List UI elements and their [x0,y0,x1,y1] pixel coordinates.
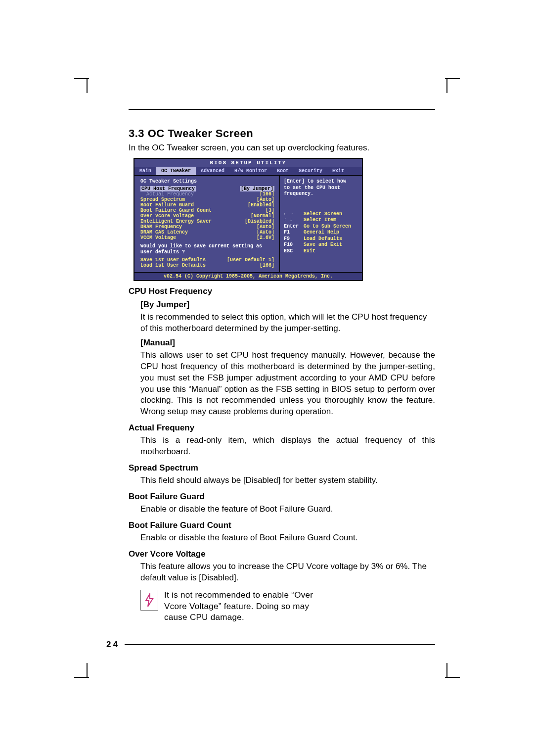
bios-title: BIOS SETUP UTILITY [134,159,362,167]
bios-help-3: frequency. [284,191,358,197]
warning-text: It is not recommended to enable “Over Vc… [164,590,322,624]
bios-setting-row[interactable]: VCCM Voltage[2.6V] [140,235,274,240]
heading-boot-failure-guard-count: Boot Failure Guard Count [129,520,435,531]
bios-prompt-1: Would you like to save current setting a… [140,243,274,249]
bios-setting-row[interactable]: Over Vcore Voltage[Normal] [140,213,274,219]
lightning-icon [140,590,158,611]
bios-setting-row[interactable]: Intelligent Energy Saver[Disabled] [140,219,274,224]
tab-oc-tweaker[interactable]: OC Tweaker [156,167,196,175]
bios-setting-row[interactable]: DRAM Frequency[Auto] [140,224,274,230]
paragraph-actual-frequency: This is a read-only item, which displays… [140,435,435,458]
bios-setting-row[interactable]: Boot Failure Guard Count[3] [140,208,274,213]
bios-save-row[interactable]: Load 1st User Defaults[166] [140,263,274,268]
warning-note: It is not recommended to enable “Over Vc… [140,590,435,624]
bios-help-2: to set the CPU host [284,185,358,191]
paragraph-boot-failure-guard-count: Enable or disable the feature of Boot Fa… [140,532,435,544]
bios-key-hint: ← →Select Screen [284,211,358,218]
page-number: 24 [106,640,120,650]
bios-key-hint: F10Save and Exit [284,242,358,248]
paragraph-by-jumper: It is recommended to select this option,… [140,312,435,334]
heading-manual: [Manual] [140,337,435,349]
bios-key-hint: EnterGo to Sub Screen [284,224,358,230]
bios-setting-row[interactable]: Boot Failure Guard[Enabled] [140,202,274,208]
section-title: 3.3 OC Tweaker Screen [129,127,435,140]
bios-tabs: Main OC Tweaker Advanced H/W Monitor Boo… [134,167,362,175]
bios-setting-row[interactable]: CPU Host Frequency[By Jumper] [140,186,274,191]
bios-key-hint: F1General Help [284,230,358,236]
heading-over-vcore-voltage: Over Vcore Voltage [129,549,435,560]
tab-boot[interactable]: Boot [272,167,294,175]
tab-advanced[interactable]: Advanced [196,167,229,175]
bios-key-hint: ↑ ↓Select Item [284,217,358,224]
tab-hw-monitor[interactable]: H/W Monitor [229,167,272,175]
heading-cpu-host-frequency: CPU Host Frequency [129,286,435,297]
svg-marker-0 [146,594,153,607]
tab-main[interactable]: Main [134,167,156,175]
bios-setting-row[interactable]: DRAM CAS Latency[Auto] [140,230,274,235]
heading-actual-frequency: Actual Frequeny [129,423,435,434]
bios-key-hint: ESCExit [284,248,358,255]
paragraph-boot-failure-guard: Enable or disable the feature of Boot Fa… [140,504,435,515]
paragraph-over-vcore-voltage: This feature allows you to increase the … [140,561,435,584]
paragraph-spread-spectrum: This field should always be [Disabled] f… [140,475,435,486]
bios-footer: v02.54 (C) Copyright 1985-2005, American… [134,272,362,280]
tab-security[interactable]: Security [294,167,327,175]
footer-rule [125,644,435,645]
bios-setting-row[interactable]: Actual Frequency[166] [140,191,274,197]
bios-prompt-2: user defaults ? [140,249,274,255]
top-rule [129,109,435,110]
heading-spread-spectrum: Spread Spectrum [129,463,435,474]
tab-exit[interactable]: Exit [327,167,349,175]
bios-key-hint: F9Load Defaults [284,236,358,242]
bios-help-1: [Enter] to select how [284,179,358,185]
bios-setting-row[interactable]: Spread Spectrum[Auto] [140,197,274,202]
bios-screenshot: BIOS SETUP UTILITY Main OC Tweaker Advan… [134,158,363,281]
intro-text: In the OC Tweaker screen, you can set up… [129,143,435,153]
heading-boot-failure-guard: Boot Failure Guard [129,491,435,503]
bios-save-row[interactable]: Save 1st User Defaults[User Default 1] [140,257,274,263]
bios-header: OC Tweaker Settings [140,179,274,184]
paragraph-manual: This allows user to set CPU host frequen… [140,350,435,418]
heading-by-jumper: [By Jumper] [140,299,435,311]
